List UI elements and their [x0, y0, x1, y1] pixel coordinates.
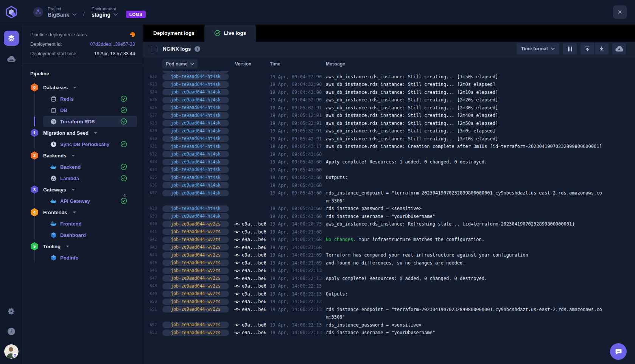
pod-name-badge: job-ze9aad044-wv2zs: [162, 283, 229, 289]
pod-name-badge: job-ze9aad044-ht4sk: [162, 135, 229, 142]
sidebar-item-sync-db-periodically[interactable]: Sync DB Periodically: [43, 138, 137, 150]
time-format-dropdown[interactable]: Time format: [517, 43, 559, 54]
version-cell[interactable]: e9a...be6: [230, 275, 265, 283]
stage-header-migration-and-seed[interactable]: 1Migration and Seed: [30, 127, 143, 138]
table-row[interactable]: 641job-ze9aad044-wv2zse9a...be619 Apr, 1…: [143, 228, 635, 236]
project-crumb: Project BigBank: [48, 6, 76, 18]
tab-live-logs[interactable]: Live logs: [204, 25, 256, 42]
sidebar-collapse-chevron-icon[interactable]: ‹: [123, 191, 126, 199]
gear-icon[interactable]: [4, 303, 19, 319]
sidebar-item-api-gateway[interactable]: API Gateway: [43, 195, 137, 207]
table-row[interactable]: 634job-ze9aad044-ht4sk19 Apr, 09:05:43:6…: [143, 166, 635, 174]
sidebar-item-lambda[interactable]: Lambda: [43, 173, 137, 184]
table-row[interactable]: 648job-ze9aad044-wv2zse9a...be619 Apr, 1…: [143, 282, 635, 290]
version-cell[interactable]: e9a...be6: [230, 220, 265, 228]
project-selector[interactable]: BigBank: [48, 12, 76, 18]
stage-header-frontends[interactable]: 4Frontends: [30, 207, 143, 218]
service-label: Podinfo: [60, 255, 78, 261]
version-cell[interactable]: e9a...be6: [230, 298, 265, 306]
table-row[interactable]: 640job-ze9aad044-wv2zse9a...be619 Apr, 1…: [143, 220, 635, 228]
stage-header-tooling[interactable]: 5Tooling: [30, 241, 143, 252]
version-cell[interactable]: e9a...be6: [230, 259, 265, 267]
commit-hash: e9a...be6: [242, 244, 266, 252]
pod-name-badge: job-ze9aad044-ht4sk: [162, 89, 229, 95]
stage-header-databases[interactable]: 0Databases: [30, 82, 143, 93]
table-row[interactable]: 639job-ze9aad044-ht4sk19 Apr, 09:05:43:6…: [143, 213, 635, 221]
service-label: Backend: [60, 164, 81, 170]
tab-deployment-logs[interactable]: Deployment logs: [143, 25, 204, 42]
user-avatar[interactable]: [4, 344, 19, 359]
table-row[interactable]: 627job-ze9aad044-ht4sk19 Apr, 09:05:12:9…: [143, 112, 635, 120]
timestamp: 19 Apr, 09:05:43:60: [268, 189, 324, 197]
table-row[interactable]: 638job-ze9aad044-ht4sk19 Apr, 09:05:43:6…: [143, 205, 635, 213]
scroll-top-icon[interactable]: [581, 43, 594, 54]
version-cell[interactable]: e9a...be6: [230, 236, 265, 244]
chat-bubble-icon[interactable]: [610, 343, 627, 360]
table-row[interactable]: 626job-ze9aad044-ht4sk19 Apr, 09:05:02:9…: [143, 104, 635, 112]
stage-header-backends[interactable]: 2Backends: [30, 150, 143, 161]
log-rows[interactable]: job-ze9aad044-ht4sk622job-ze9aad044-ht4s…: [143, 71, 635, 364]
sidebar-item-db[interactable]: DB: [43, 104, 137, 116]
line-number: 627: [146, 112, 157, 120]
table-row[interactable]: 652job-ze9aad044-wv2zse9a...be619 Apr, 1…: [143, 321, 635, 329]
table-row[interactable]: 622job-ze9aad044-ht4sk19 Apr, 09:04:22:9…: [143, 73, 635, 81]
table-row[interactable]: 649job-ze9aad044-wv2zse9a...be619 Apr, 1…: [143, 290, 635, 298]
environment-selector[interactable]: staging: [92, 12, 118, 18]
table-row[interactable]: 635job-ze9aad044-ht4sk19 Apr, 09:05:43:6…: [143, 174, 635, 182]
table-row[interactable]: 636job-ze9aad044-ht4sk19 Apr, 09:05:43:6…: [143, 182, 635, 190]
table-row[interactable]: 642job-ze9aad044-wv2zse9a...be619 Apr, 1…: [143, 236, 635, 244]
deployment-id-link[interactable]: 07d2ddeb...39e57-33: [90, 42, 135, 47]
column-pod-name-sort[interactable]: Pod name: [162, 59, 198, 68]
sidebar-item-backend[interactable]: Backend: [43, 161, 137, 173]
version-cell[interactable]: e9a...be6: [230, 267, 265, 275]
table-row[interactable]: 651job-ze9aad044-wv2zse9a...be619 Apr, 1…: [143, 306, 635, 321]
select-all-checkbox[interactable]: [151, 46, 157, 52]
table-row[interactable]: 628job-ze9aad044-ht4sk19 Apr, 09:05:22:9…: [143, 120, 635, 128]
table-row[interactable]: 644job-ze9aad044-wv2zse9a...be619 Apr, 1…: [143, 251, 635, 259]
timestamp: 19 Apr, 09:05:43:60: [268, 205, 324, 213]
layers-icon[interactable]: [4, 31, 19, 46]
cloud-download-icon[interactable]: [612, 43, 626, 54]
table-row[interactable]: 624job-ze9aad044-ht4sk19 Apr, 09:04:42:9…: [143, 89, 635, 96]
version-cell[interactable]: e9a...be6: [230, 290, 265, 298]
pause-icon[interactable]: [563, 43, 577, 54]
sidebar-item-podinfo[interactable]: Podinfo: [43, 252, 137, 263]
version-cell[interactable]: e9a...be6: [230, 282, 265, 290]
table-row[interactable]: 632job-ze9aad044-ht4sk19 Apr, 09:05:43:6…: [143, 151, 635, 159]
table-row[interactable]: 637job-ze9aad044-ht4sk19 Apr, 09:05:43:6…: [143, 189, 635, 205]
table-row[interactable]: 653job-ze9aad044-wv2zse9a...be619 Apr, 1…: [143, 329, 635, 337]
table-row[interactable]: 629job-ze9aad044-ht4sk19 Apr, 09:05:32:9…: [143, 127, 635, 135]
table-row[interactable]: 633job-ze9aad044-ht4sk19 Apr, 09:05:43:6…: [143, 158, 635, 166]
table-row[interactable]: 645job-ze9aad044-wv2zse9a...be619 Apr, 1…: [143, 259, 635, 267]
close-button[interactable]: ✕: [613, 5, 627, 19]
cloud-icon[interactable]: [4, 51, 19, 66]
sidebar-item-dashboard[interactable]: Dashboard: [43, 229, 137, 241]
table-row[interactable]: 643job-ze9aad044-wv2zse9a...be619 Apr, 1…: [143, 244, 635, 252]
version-cell[interactable]: e9a...be6: [230, 244, 265, 252]
table-row[interactable]: 631job-ze9aad044-ht4sk19 Apr, 09:05:43:1…: [143, 143, 635, 151]
pod-name-badge: job-ze9aad044-wv2zs: [162, 221, 229, 227]
project-name: BigBank: [48, 12, 69, 18]
pod-name-badge: job-ze9aad044-ht4sk: [162, 73, 229, 80]
table-row[interactable]: 625job-ze9aad044-ht4sk19 Apr, 09:04:52:9…: [143, 96, 635, 104]
sidebar-item-terraform-rds[interactable]: Terraform RDS: [43, 116, 137, 127]
sidebar-item-redis[interactable]: Redis: [43, 93, 137, 104]
table-row[interactable]: 630job-ze9aad044-ht4sk19 Apr, 09:05:42:9…: [143, 135, 635, 143]
version-cell[interactable]: e9a...be6: [230, 228, 265, 236]
version-cell[interactable]: e9a...be6: [230, 251, 265, 259]
sidebar-item-frontend[interactable]: Frontend: [43, 218, 137, 229]
table-row[interactable]: 647job-ze9aad044-wv2zse9a...be619 Apr, 1…: [143, 275, 635, 283]
log-message: aws_db_instance.rds_instance: Creation c…: [326, 143, 602, 151]
table-row[interactable]: 623job-ze9aad044-ht4sk19 Apr, 09:04:32:9…: [143, 81, 635, 89]
version-cell[interactable]: e9a...be6: [230, 329, 265, 337]
table-row[interactable]: 650job-ze9aad044-wv2zse9a...be619 Apr, 1…: [143, 298, 635, 306]
app-logo-icon[interactable]: [0, 6, 23, 19]
version-cell[interactable]: e9a...be6: [230, 306, 265, 314]
info-icon[interactable]: i: [4, 324, 19, 339]
info-icon[interactable]: i: [195, 46, 200, 52]
pipeline-stage: 0DatabasesRedisDBTerraform RDS: [30, 82, 143, 127]
version-cell[interactable]: e9a...be6: [230, 321, 265, 329]
download-icon[interactable]: [595, 43, 609, 54]
table-row[interactable]: 646job-ze9aad044-wv2zse9a...be619 Apr, 1…: [143, 267, 635, 275]
stage-header-gateways[interactable]: 3Gateways: [30, 184, 143, 195]
